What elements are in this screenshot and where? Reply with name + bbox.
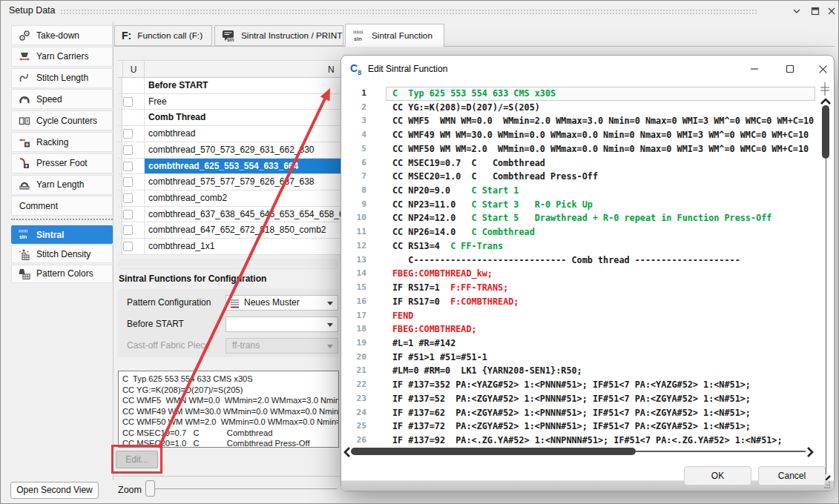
maximize-icon <box>811 7 820 16</box>
sidebar-item-presser-foot[interactable]: Presser Foot <box>11 153 113 173</box>
scroll-left-icon[interactable] <box>343 447 350 457</box>
code-line[interactable]: 9CC NP23=11.0 C Start 3 R-0 Pick Up <box>342 198 817 212</box>
used-cell <box>122 207 145 222</box>
sidebar-item-speed[interactable]: Speed <box>11 89 113 109</box>
line-number: 25 <box>342 420 366 434</box>
dialog-maximize-button[interactable] <box>782 62 798 76</box>
code-line[interactable]: 6CC MSEC19=0.7 C Combthread <box>342 156 817 170</box>
sidebar-item-pattern-colors[interactable]: Pattern Colors <box>11 265 113 283</box>
sidebar-item-take-down[interactable]: Take-down <box>11 25 113 45</box>
used-cell <box>122 142 145 158</box>
horizontal-scrollbar-track[interactable] <box>636 451 806 452</box>
used-checkbox[interactable] <box>123 193 133 203</box>
tab-function-call-f-[interactable]: F:Function call (F:) <box>114 25 212 46</box>
code-line[interactable]: 8CC NP20=9.0 C Start 1 <box>342 184 817 198</box>
code-line[interactable]: 20IF #51>1 #51=#51-1 <box>342 351 817 365</box>
used-checkbox[interactable] <box>123 129 133 139</box>
code-line[interactable]: 3CC WMF5 WMN WM=0.0 WMmin=2.0 WMmax=3.0 … <box>342 114 817 128</box>
code-line[interactable]: 23IF #137=52 PA:<ZGYA#52> 1:<PNNN#51>; I… <box>342 392 817 406</box>
code-line[interactable]: 2CC YG:=K(208)=D(207)/=S(205) <box>342 101 817 115</box>
maximize-icon <box>786 64 794 73</box>
used-checkbox[interactable] <box>123 162 133 171</box>
code-line[interactable]: 17FEND <box>342 309 817 323</box>
ok-button[interactable]: OK <box>684 466 751 485</box>
scroll-up-icon[interactable] <box>820 98 831 105</box>
code-line[interactable]: 22IF #137=352 PA:<YAZG#52> 1:<PNNN#51>; … <box>342 378 817 392</box>
line-number: 16 <box>342 295 366 309</box>
sidebar-item-sintral[interactable]: sinSintral <box>11 225 113 244</box>
dialog-close-button[interactable] <box>815 62 831 76</box>
window-close-button[interactable] <box>824 4 839 19</box>
sidebar-item-yarn-length[interactable]: Yarn Length <box>11 175 113 195</box>
used-checkbox[interactable] <box>123 242 133 251</box>
splitter-handle-icon[interactable] <box>820 82 829 96</box>
sintral-instruction-icon: sin <box>222 30 235 42</box>
code-line[interactable]: 15IF RS17=1 F:FF-TRANS; <box>342 281 817 295</box>
code-line[interactable]: 19#L=1 #R=#142 <box>342 336 817 351</box>
line-number: 20 <box>342 351 366 365</box>
zoom-slider-thumb[interactable] <box>145 480 155 497</box>
window-pin-button[interactable] <box>789 4 804 19</box>
horizontal-scrollbar-thumb[interactable] <box>351 448 636 455</box>
tab-sintral-function[interactable]: sinSintral Function <box>345 24 444 47</box>
code-line[interactable]: 24IF #137=62 PA:<ZGYA#52> 1:<PNNN#51>; I… <box>342 406 817 420</box>
open-second-view-button[interactable]: Open Second View <box>10 482 99 499</box>
tab-sintral-instruction-print[interactable]: sinSintral Instruction / PRINT <box>214 25 343 46</box>
code-line[interactable]: 7CC MSEC20=1.0 C Combthread Press-Off <box>342 170 817 184</box>
used-checkbox[interactable] <box>123 210 133 219</box>
used-checkbox[interactable] <box>123 97 133 107</box>
cancel-button[interactable]: Cancel <box>758 466 826 485</box>
config-dropdown-before-start[interactable] <box>226 316 338 332</box>
code-line[interactable]: 1C Typ 625 553 554 633 CMS x30S <box>342 87 817 101</box>
preview-code-line: CC MSEC20=1.0 C Combthread Press-Off <box>122 438 335 448</box>
zoom-slider-track[interactable] <box>148 488 337 489</box>
vertical-scrollbar-thumb[interactable] <box>822 105 829 159</box>
line-number: 5 <box>342 142 366 156</box>
code-line[interactable]: 4CC WMF49 WM WM=30.0 WMmin=0.0 WMmax=0.0… <box>342 128 817 142</box>
sidebar-item-racking[interactable]: Racking <box>11 132 113 152</box>
used-checkbox[interactable] <box>123 145 133 155</box>
code-line[interactable]: 16IF RS17=0 F:COMBTHREAD; <box>342 295 817 309</box>
title-bar[interactable]: Setup Data <box>1 1 838 21</box>
code-line[interactable]: 21#LM=0 #RM=0 LK1 {YARN208-SEN1}:R50; <box>342 364 817 378</box>
line-number: 1 <box>342 87 366 101</box>
window-maximize-button[interactable] <box>808 4 823 19</box>
config-label-pattern-configuration: Pattern Configuration <box>127 295 211 311</box>
table-horizontal-scrollbar[interactable] <box>118 259 338 269</box>
zoom-label: Zoom <box>118 485 142 495</box>
code-editor[interactable]: 1C Typ 625 553 554 633 CMS x30S2CC YG:=K… <box>342 85 817 445</box>
used-checkbox[interactable] <box>123 225 133 235</box>
vertical-scrollbar-track[interactable] <box>826 159 827 474</box>
dialog-title-bar[interactable]: C8 Edit Sintral Function <box>341 56 834 82</box>
code-line[interactable]: 18FBEG:COMBTHREAD; <box>342 322 817 336</box>
used-cell <box>122 190 145 206</box>
code-line[interactable]: 14FBEG:COMBTHREAD_kw; <box>342 267 817 281</box>
line-number: 23 <box>342 392 366 406</box>
sidebar-item-cycle-counters[interactable]: Cycle Counters <box>11 110 113 130</box>
stitch-length-icon <box>18 72 30 84</box>
code-line[interactable]: 12CC RS13=4 C FF-Trans <box>342 239 817 253</box>
dialog-minimize-button[interactable] <box>746 62 763 76</box>
code-line[interactable]: 13 C----------------------------- Comb t… <box>342 253 817 268</box>
config-dropdown-cast-off-fabric-piece[interactable]: ff-trans <box>226 338 338 354</box>
edit-button[interactable]: Edit... <box>116 451 158 468</box>
scroll-right-icon[interactable] <box>807 447 814 457</box>
used-cell <box>122 78 145 93</box>
used-checkbox[interactable] <box>123 177 133 187</box>
code-line[interactable]: 10CC NP24=12.0 C Start 5 Drawthread + R-… <box>342 211 817 225</box>
line-number: 17 <box>342 309 366 323</box>
line-number: 24 <box>342 406 366 420</box>
sidebar-item-stitch-density[interactable]: Stitch Density <box>11 245 113 263</box>
sidebar-item-stitch-length[interactable]: Stitch Length <box>11 68 113 88</box>
line-number: 10 <box>342 211 366 225</box>
sidebar-item-comment[interactable]: Comment <box>11 196 113 216</box>
code-line[interactable]: 5CC WMF50 WM WM=2.0 WMmin=0.0 WMmax=0.0 … <box>342 142 817 156</box>
config-dropdown-pattern-configuration[interactable]: Neues Muster <box>226 295 338 311</box>
code-line[interactable]: 11CC NP26=14.0 C Combthread <box>342 225 817 239</box>
c8-app-icon: C8 <box>350 62 361 76</box>
sidebar-item-yarn-carriers[interactable]: Yarn Carriers <box>11 47 113 67</box>
code-line[interactable]: 25IF #137=72 PA:<ZGYA#52> 1:<PNNN#51>; I… <box>342 420 817 434</box>
line-number: 19 <box>342 336 366 351</box>
code-line[interactable]: 26IF #137=92 PA:<.ZG.YA#52> 1:<NNPNNN#51… <box>342 434 817 445</box>
used-cell <box>122 239 145 254</box>
